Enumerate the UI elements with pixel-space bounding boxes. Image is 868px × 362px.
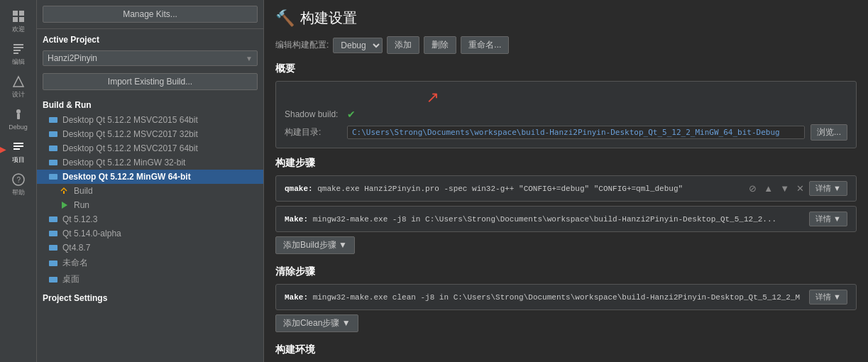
tree-item-qt5123[interactable]: Qt 5.12.3 bbox=[37, 212, 263, 226]
sidebar-item-edit[interactable]: 编辑 bbox=[3, 38, 34, 70]
svg-rect-4 bbox=[13, 44, 23, 45]
step1-down-button[interactable]: ▼ bbox=[778, 182, 791, 194]
shadow-build-check: ✔ bbox=[347, 109, 356, 120]
svg-rect-19 bbox=[49, 216, 57, 222]
svg-rect-22 bbox=[49, 260, 57, 266]
sidebar: Manage Kits... Active Project Hanzi2Piny… bbox=[37, 0, 264, 362]
clean-steps-section-header: 清除步骤 bbox=[275, 265, 857, 278]
add-build-step-button[interactable]: 添加Build步骤 ▼ bbox=[275, 236, 355, 254]
build-dir-label: 构建目录: bbox=[285, 126, 341, 138]
step1-detail-button[interactable]: 详情 ▼ bbox=[809, 181, 847, 196]
page-title: 构建设置 bbox=[300, 9, 357, 28]
tree-item-desktop[interactable]: 桌面 bbox=[37, 271, 263, 287]
overview-section-header: 概要 bbox=[275, 62, 857, 75]
hammer-icon: 🔨 bbox=[275, 9, 295, 28]
tree-item-build[interactable]: Build bbox=[37, 184, 263, 198]
sidebar-item-project[interactable]: ▶ 项目 bbox=[3, 136, 34, 168]
step1-disable-button[interactable]: ⊘ bbox=[747, 182, 759, 194]
icon-bar: 欢迎 编辑 设计 Debug ▶ 项目 ? 帮助 bbox=[0, 0, 37, 362]
tree-item-mingw64[interactable]: Desktop Qt 5.12.2 MinGW 64-bit bbox=[37, 170, 263, 184]
svg-point-8 bbox=[16, 109, 21, 114]
build-steps-section-header: 构建步骤 bbox=[275, 157, 857, 170]
rename-config-button[interactable]: 重命名... bbox=[461, 36, 509, 54]
clean-step-text: Make: mingw32-make.exe clean -j8 in C:\U… bbox=[285, 293, 803, 302]
page-title-row: 🔨 构建设置 bbox=[275, 9, 857, 28]
tree-item-qt487[interactable]: Qt4.8.7 bbox=[37, 241, 263, 255]
delete-config-button[interactable]: 删除 bbox=[424, 36, 456, 54]
sidebar-top: Manage Kits... bbox=[37, 0, 263, 29]
svg-rect-0 bbox=[13, 11, 18, 16]
build-step-make: Make: mingw32-make.exe -j8 in C:\Users\S… bbox=[275, 206, 857, 232]
svg-rect-5 bbox=[13, 47, 23, 48]
build-step-qmake: qmake: qmake.exe Hanzi2Pinyin.pro -spec … bbox=[275, 175, 857, 202]
sidebar-item-welcome[interactable]: 欢迎 bbox=[3, 6, 34, 37]
sidebar-item-design[interactable]: 设计 bbox=[3, 71, 34, 102]
clean-step-controls: 详情 ▼ bbox=[809, 290, 847, 305]
step1-controls: ⊘ ▲ ▼ ✕ 详情 ▼ bbox=[747, 181, 847, 196]
shadow-build-label: Shadow build: bbox=[285, 109, 341, 119]
svg-rect-9 bbox=[17, 114, 20, 119]
active-project-label: Active Project bbox=[37, 29, 263, 48]
build-env-section-header: 构建环境 bbox=[275, 344, 857, 356]
svg-rect-23 bbox=[49, 277, 57, 283]
config-label: 编辑构建配置: bbox=[275, 39, 329, 51]
sidebar-item-help[interactable]: ? 帮助 bbox=[3, 169, 34, 200]
browse-button[interactable]: 浏览... bbox=[811, 124, 847, 141]
sidebar-item-debug[interactable]: Debug bbox=[3, 104, 34, 135]
import-existing-build-button[interactable]: Import Existing Build... bbox=[43, 73, 258, 90]
tree-item-qt5140[interactable]: Qt 5.14.0-alpha bbox=[37, 226, 263, 241]
step1-up-button[interactable]: ▲ bbox=[762, 182, 775, 194]
svg-rect-21 bbox=[49, 245, 57, 251]
config-select[interactable]: Debug bbox=[333, 38, 383, 53]
svg-rect-2 bbox=[13, 17, 18, 22]
manage-kits-button[interactable]: Manage Kits... bbox=[43, 6, 258, 23]
tree-item-unnamed[interactable]: 未命名 bbox=[37, 255, 263, 271]
step2-controls: 详情 ▼ bbox=[809, 212, 847, 226]
tree-item-msvc2017-64[interactable]: Desktop Qt 5.12.2 MSVC2017 64bit bbox=[37, 141, 263, 155]
svg-rect-6 bbox=[13, 50, 21, 51]
tree-item-mingw32[interactable]: Desktop Qt 5.12.2 MinGW 32-bit bbox=[37, 155, 263, 170]
dropdown-arrow-icon: ▼ bbox=[246, 55, 253, 62]
main-content: 🔨 构建设置 编辑构建配置: Debug 添加 删除 重命名... 概要 ↙ S… bbox=[264, 0, 868, 362]
svg-rect-20 bbox=[49, 231, 57, 236]
svg-rect-7 bbox=[13, 53, 18, 54]
svg-rect-1 bbox=[19, 11, 24, 16]
add-clean-step-button[interactable]: 添加Clean步骤 ▼ bbox=[275, 314, 358, 332]
clean-step-make: Make: mingw32-make.exe clean -j8 in C:\U… bbox=[275, 284, 857, 310]
clean-step-detail-button[interactable]: 详情 ▼ bbox=[809, 290, 847, 305]
project-dropdown[interactable]: Hanzi2Pinyin ▼ bbox=[43, 50, 258, 66]
step2-text: Make: mingw32-make.exe -j8 in C:\Users\S… bbox=[285, 215, 803, 224]
overview-box: ↙ Shadow build: ✔ 构建目录: C:\Users\Strong\… bbox=[275, 81, 857, 148]
svg-rect-17 bbox=[63, 191, 65, 194]
tree-item-msvc2017-32[interactable]: Desktop Qt 5.12.2 MSVC2017 32bit bbox=[37, 127, 263, 141]
step1-text: qmake: qmake.exe Hanzi2Pinyin.pro -spec … bbox=[285, 185, 741, 193]
tree-item-run[interactable]: Run bbox=[37, 198, 263, 212]
svg-rect-14 bbox=[49, 146, 57, 151]
add-config-button[interactable]: 添加 bbox=[387, 36, 419, 54]
svg-rect-3 bbox=[19, 17, 24, 22]
build-run-label: Build & Run bbox=[37, 94, 263, 113]
project-settings-label: Project Settings bbox=[37, 287, 263, 306]
svg-text:?: ? bbox=[16, 176, 21, 184]
build-dir-row: 构建目录: C:\Users\Strong\Documents\workspac… bbox=[285, 124, 847, 141]
tree-item-msvc2015[interactable]: Desktop Qt 5.12.2 MSVC2015 64bit bbox=[37, 113, 263, 127]
svg-rect-15 bbox=[49, 160, 57, 165]
svg-rect-12 bbox=[49, 117, 57, 123]
shadow-build-row: Shadow build: ✔ bbox=[285, 109, 847, 120]
step1-remove-button[interactable]: ✕ bbox=[794, 182, 806, 194]
step2-detail-button[interactable]: 详情 ▼ bbox=[809, 212, 847, 226]
build-dir-value: C:\Users\Strong\Documents\workspace\buil… bbox=[347, 126, 805, 139]
svg-rect-16 bbox=[49, 174, 57, 180]
svg-rect-13 bbox=[49, 131, 57, 137]
config-row: 编辑构建配置: Debug 添加 删除 重命名... bbox=[275, 36, 857, 54]
svg-marker-18 bbox=[62, 202, 67, 209]
